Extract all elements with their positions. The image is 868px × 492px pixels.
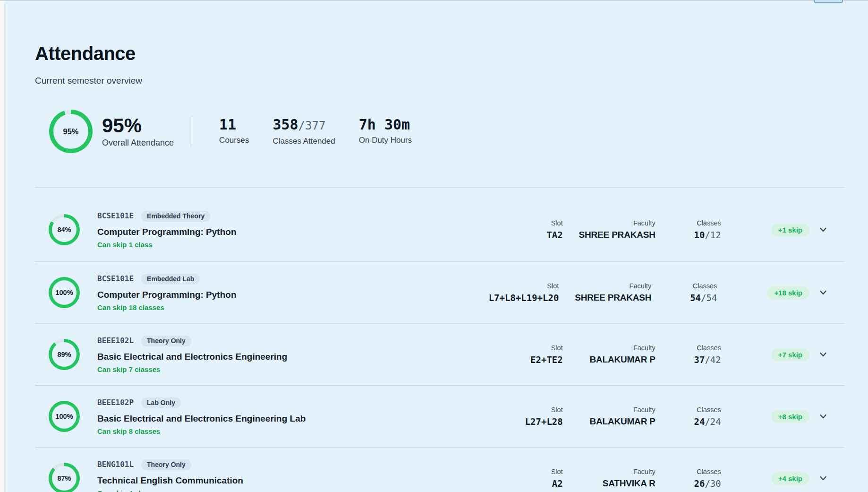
slot-column: Slot TA2 [483, 219, 563, 240]
classes-label: Classes [678, 219, 721, 227]
faculty-label: Faculty [570, 219, 655, 227]
course-info: BENG101L Theory Only Technical English C… [97, 459, 243, 492]
course-type-badge: Lab Only [141, 397, 181, 408]
stat-value: 7h 30m [359, 117, 412, 133]
course-type-badge: Theory Only [141, 459, 191, 470]
chevron-down-icon [819, 412, 827, 421]
faculty-label: Faculty [566, 282, 651, 290]
can-skip-note: Can skip 7 classes [97, 365, 287, 374]
expand-row-button[interactable] [818, 288, 828, 297]
faculty-column: Faculty SATHVIKA R [570, 468, 655, 489]
classes-column: Classes 24/24 [678, 406, 721, 427]
course-info: BEEE102P Lab Only Basic Electrical and E… [97, 397, 306, 436]
overall-attendance-block: 95% Overall Attendance [102, 115, 174, 148]
faculty-value: BALAKUMAR P [570, 416, 655, 427]
chevron-down-icon [819, 288, 827, 297]
course-progress-ring: 87% [49, 463, 80, 492]
slot-label: Slot [483, 344, 563, 352]
faculty-value: SHREE PRAKASH [570, 230, 655, 240]
course-code: BEEE102L [97, 337, 134, 345]
course-code: BCSE101E [97, 212, 134, 220]
course-stats-group: Slot E2+TE2 Faculty BALAKUMAR P Classes … [483, 344, 845, 365]
stat-label: Classes Attended [272, 137, 335, 146]
slot-value: A2 [483, 478, 563, 489]
course-row[interactable]: 89% BEEE102L Theory Only Basic Electrica… [35, 324, 845, 386]
slot-column: Slot L7+L8+L19+L20 [478, 282, 559, 303]
faculty-column: Faculty BALAKUMAR P [570, 344, 655, 365]
course-row[interactable]: 100% BCSE101E Embedded Lab Computer Prog… [35, 262, 845, 324]
slot-label: Slot [483, 219, 563, 227]
course-row[interactable]: 87% BENG101L Theory Only Technical Engli… [35, 448, 845, 492]
expand-row-button[interactable] [818, 412, 828, 421]
course-name: Computer Programming: Python [97, 227, 237, 237]
course-percent: 89% [52, 342, 77, 367]
overall-percent-value: 95% [102, 115, 174, 136]
expand-row-button[interactable] [818, 474, 828, 483]
course-type-badge: Embedded Theory [141, 211, 210, 222]
skip-count-pill: +1 skip [771, 224, 809, 236]
course-stats-group: Slot L27+L28 Faculty BALAKUMAR P Classes… [483, 406, 845, 427]
faculty-column: Faculty BALAKUMAR P [570, 406, 655, 427]
course-code: BEEE102P [97, 398, 134, 407]
classes-label: Classes [678, 344, 721, 352]
chevron-down-icon [819, 474, 827, 483]
course-name: Computer Programming: Python [97, 290, 237, 300]
summary-stat: 11 Courses [219, 117, 249, 146]
chevron-down-icon [819, 350, 827, 359]
classes-value: 26/30 [678, 478, 721, 489]
summary-section: 95% 95% Overall Attendance 11 Courses358… [49, 110, 868, 153]
course-progress-ring: 89% [49, 339, 80, 370]
partially-visible-top-button[interactable] [814, 0, 843, 3]
slot-label: Slot [483, 468, 563, 476]
faculty-value: SATHVIKA R [570, 478, 655, 489]
summary-divider [192, 116, 192, 147]
classes-value: 10/12 [678, 230, 721, 240]
summary-stat: 358/377 Classes Attended [272, 117, 335, 146]
faculty-column: Faculty SHREE PRAKASH [570, 219, 655, 240]
course-progress-ring: 100% [49, 401, 80, 432]
faculty-column: Faculty SHREE PRAKASH [566, 282, 651, 303]
course-name: Basic Electrical and Electronics Enginee… [97, 352, 287, 362]
skip-count-pill: +18 skip [767, 286, 809, 299]
slot-column: Slot L27+L28 [483, 406, 563, 427]
slot-value: TA2 [483, 230, 563, 240]
stat-label: Courses [219, 136, 249, 145]
page-subtitle: Current semester overview [35, 76, 868, 86]
page-header: Attendance Current semester overview [35, 43, 868, 86]
skip-count-pill: +4 skip [771, 472, 809, 485]
classes-column: Classes 54/54 [673, 282, 717, 303]
attendance-page: Attendance Current semester overview 95%… [5, 1, 868, 492]
slot-label: Slot [483, 406, 563, 414]
overall-percent-label: Overall Attendance [102, 138, 174, 148]
summary-stat: 7h 30m On Duty Hours [359, 117, 412, 146]
slot-label: Slot [478, 282, 559, 290]
expand-row-button[interactable] [818, 225, 828, 234]
stat-value: 11 [219, 117, 249, 133]
summary-stats: 11 Courses358/377 Classes Attended7h 30m… [219, 117, 412, 146]
overall-ring-percent: 95% [53, 114, 88, 149]
course-progress-ring: 84% [49, 214, 80, 245]
faculty-value: BALAKUMAR P [570, 354, 655, 365]
slot-value: L27+L28 [483, 416, 563, 427]
course-info: BCSE101E Embedded Theory Computer Progra… [97, 211, 237, 249]
slot-column: Slot E2+TE2 [483, 344, 563, 365]
course-info: BEEE102L Theory Only Basic Electrical an… [97, 336, 287, 374]
course-name: Technical English Communication [97, 475, 243, 486]
course-list: 84% BCSE101E Embedded Theory Computer Pr… [35, 187, 845, 492]
can-skip-note: Can skip 4 classes [97, 489, 243, 492]
course-type-badge: Embedded Lab [141, 274, 200, 285]
course-row[interactable]: 100% BEEE102P Lab Only Basic Electrical … [35, 386, 845, 448]
expand-row-button[interactable] [818, 350, 828, 359]
course-stats-group: Slot L7+L8+L19+L20 Faculty SHREE PRAKASH… [478, 282, 845, 303]
faculty-value: SHREE PRAKASH [566, 293, 651, 303]
course-row[interactable]: 84% BCSE101E Embedded Theory Computer Pr… [35, 188, 845, 262]
can-skip-note: Can skip 1 class [97, 241, 237, 249]
course-percent: 100% [52, 280, 77, 305]
faculty-label: Faculty [570, 344, 655, 352]
classes-value: 54/54 [673, 293, 717, 303]
course-type-badge: Theory Only [141, 336, 191, 346]
course-stats-group: Slot TA2 Faculty SHREE PRAKASH Classes 1… [483, 219, 845, 240]
course-code: BCSE101E [97, 275, 134, 283]
chevron-down-icon [819, 225, 827, 234]
classes-column: Classes 26/30 [678, 468, 721, 489]
